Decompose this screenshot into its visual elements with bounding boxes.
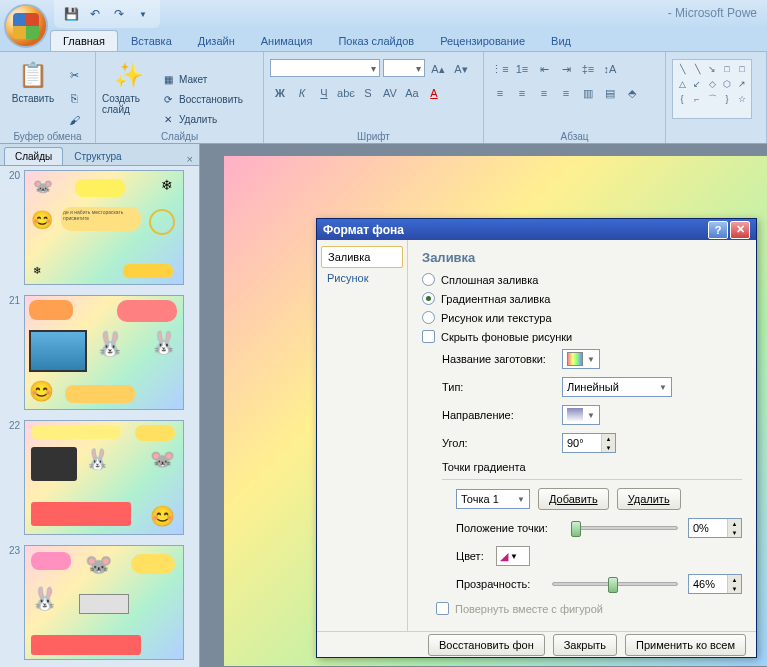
close-dialog-button[interactable]: Закрыть <box>553 634 617 656</box>
preset-combo[interactable]: ▼ <box>562 349 600 369</box>
thumb-number: 21 <box>4 295 20 410</box>
text-direction-icon[interactable]: ↕A <box>600 59 620 79</box>
slider-thumb-icon[interactable] <box>608 577 618 593</box>
add-stop-button[interactable]: Добавить <box>538 488 609 510</box>
remove-stop-button[interactable]: Удалить <box>617 488 681 510</box>
layout-button[interactable]: ▦Макет <box>160 72 243 88</box>
save-icon[interactable]: 💾 <box>62 5 80 23</box>
format-painter-icon[interactable]: 🖌 <box>64 110 84 130</box>
bold-icon[interactable]: Ж <box>270 83 290 103</box>
group-label: Буфер обмена <box>0 131 95 142</box>
stop-combo[interactable]: Точка 1▼ <box>456 489 530 509</box>
tab-home[interactable]: Главная <box>50 30 118 51</box>
cut-icon[interactable]: ✂ <box>64 66 84 86</box>
direction-swatch-icon <box>567 408 583 422</box>
format-background-dialog: Формат фона ? ✕ Заливка Рисунок Заливка … <box>316 218 757 658</box>
columns-icon[interactable]: ▥ <box>578 83 598 103</box>
outdent-icon[interactable]: ⇤ <box>534 59 554 79</box>
ribbon-tabs: Главная Вставка Дизайн Анимация Показ сл… <box>0 28 767 52</box>
undo-icon[interactable]: ↶ <box>86 5 104 23</box>
section-title: Заливка <box>422 250 742 265</box>
angle-spinner[interactable]: 90°▲▼ <box>562 433 616 453</box>
checkbox-icon <box>422 330 435 343</box>
close-button[interactable]: ✕ <box>730 221 750 239</box>
align-center-icon[interactable]: ≡ <box>512 83 532 103</box>
font-family-combo[interactable]: ▾ <box>270 59 380 77</box>
tab-view[interactable]: Вид <box>538 30 584 51</box>
slide-thumbnail[interactable]: 🐭 🐰 <box>24 545 184 660</box>
app-title: - Microsoft Powe <box>668 6 757 20</box>
indent-icon[interactable]: ⇥ <box>556 59 576 79</box>
help-button[interactable]: ? <box>708 221 728 239</box>
strike-icon[interactable]: abє <box>336 83 356 103</box>
justify-icon[interactable]: ≡ <box>556 83 576 103</box>
thumb-number: 22 <box>4 420 20 535</box>
color-label: Цвет: <box>456 550 496 562</box>
copy-icon[interactable]: ⎘ <box>64 88 84 108</box>
paste-button[interactable]: 📋 Вставить <box>6 55 60 140</box>
qat-dropdown-icon[interactable]: ▼ <box>134 5 152 23</box>
tab-slideshow[interactable]: Показ слайдов <box>325 30 427 51</box>
slider-thumb-icon[interactable] <box>571 521 581 537</box>
radio-solid-fill[interactable]: Сплошная заливка <box>422 273 742 286</box>
underline-icon[interactable]: Ч <box>314 83 334 103</box>
reset-bg-button[interactable]: Восстановить фон <box>428 634 545 656</box>
color-picker[interactable]: ◢▼ <box>496 546 530 566</box>
reset-button[interactable]: ⟳Восстановить <box>160 92 243 108</box>
radio-gradient-fill[interactable]: Градиентная заливка <box>422 292 742 305</box>
tab-outline[interactable]: Структура <box>63 147 132 165</box>
checkbox-hide-bg[interactable]: Скрыть фоновые рисунки <box>422 330 742 343</box>
bullets-icon[interactable]: ⋮≡ <box>490 59 510 79</box>
radio-picture-fill[interactable]: Рисунок или текстура <box>422 311 742 324</box>
numbering-icon[interactable]: 1≡ <box>512 59 532 79</box>
shadow-icon[interactable]: S <box>358 83 378 103</box>
sidebar-item-picture[interactable]: Рисунок <box>321 268 403 288</box>
shrink-font-icon[interactable]: A▾ <box>451 59 471 79</box>
tab-review[interactable]: Рецензирование <box>427 30 538 51</box>
preset-label: Название заготовки: <box>442 353 562 365</box>
apply-all-button[interactable]: Применить ко всем <box>625 634 746 656</box>
align-left-icon[interactable]: ≡ <box>490 83 510 103</box>
delete-button[interactable]: ✕Удалить <box>160 112 243 128</box>
group-label: Абзац <box>484 131 665 142</box>
transparency-spinner[interactable]: 46%▲▼ <box>688 574 742 594</box>
align-right-icon[interactable]: ≡ <box>534 83 554 103</box>
layout-icon: ▦ <box>160 72 176 88</box>
font-color-icon[interactable]: A <box>424 83 444 103</box>
type-combo[interactable]: Линейный▼ <box>562 377 672 397</box>
align-text-icon[interactable]: ▤ <box>600 83 620 103</box>
change-case-icon[interactable]: Aa <box>402 83 422 103</box>
transparency-label: Прозрачность: <box>456 578 542 590</box>
redo-icon[interactable]: ↷ <box>110 5 128 23</box>
italic-icon[interactable]: К <box>292 83 312 103</box>
group-label: Слайды <box>96 131 263 142</box>
group-paragraph: ⋮≡ 1≡ ⇤ ⇥ ‡≡ ↕A ≡ ≡ ≡ ≡ ▥ ▤ ⬘ Абзац <box>484 52 666 143</box>
dialog-titlebar[interactable]: Формат фона ? ✕ <box>317 219 756 240</box>
transparency-slider[interactable] <box>552 582 678 586</box>
new-slide-button[interactable]: ✨ Создать слайд <box>102 55 156 140</box>
char-spacing-icon[interactable]: AV <box>380 83 400 103</box>
slide-thumbnail[interactable]: 🐰 🐰 😊 <box>24 295 184 410</box>
grow-font-icon[interactable]: A▴ <box>428 59 448 79</box>
tab-slides[interactable]: Слайды <box>4 147 63 165</box>
slide-thumbnail[interactable]: 🐭 ❄ 😊 де и набить местораскать присветит… <box>24 170 184 285</box>
dialog-title-text: Формат фона <box>323 223 404 237</box>
smartart-icon[interactable]: ⬘ <box>622 83 642 103</box>
font-size-combo[interactable]: ▾ <box>383 59 425 77</box>
tab-insert[interactable]: Вставка <box>118 30 185 51</box>
position-spinner[interactable]: 0%▲▼ <box>688 518 742 538</box>
tab-design[interactable]: Дизайн <box>185 30 248 51</box>
tab-animation[interactable]: Анимация <box>248 30 326 51</box>
direction-combo[interactable]: ▼ <box>562 405 600 425</box>
shapes-gallery[interactable]: ╲╲↘□□ △↙◇⬡↗ {⌐⌒}☆ <box>672 59 752 119</box>
dialog-footer: Восстановить фон Закрыть Применить ко вс… <box>317 631 756 657</box>
group-font: ▾ ▾ A▴ A▾ Ж К Ч abє S AV Aa A Шрифт <box>264 52 484 143</box>
panel-close-icon[interactable]: × <box>181 153 199 165</box>
sidebar-item-fill[interactable]: Заливка <box>321 246 403 268</box>
slide-thumbnail[interactable]: 🐰 🐭 😊 <box>24 420 184 535</box>
office-button[interactable] <box>4 4 48 48</box>
position-slider[interactable] <box>572 526 678 530</box>
checkbox-rotate-with-shape: Повернуть вместе с фигурой <box>436 602 742 615</box>
line-spacing-icon[interactable]: ‡≡ <box>578 59 598 79</box>
ribbon: 📋 Вставить ✂ ⎘ 🖌 Буфер обмена ✨ Создать … <box>0 52 767 144</box>
